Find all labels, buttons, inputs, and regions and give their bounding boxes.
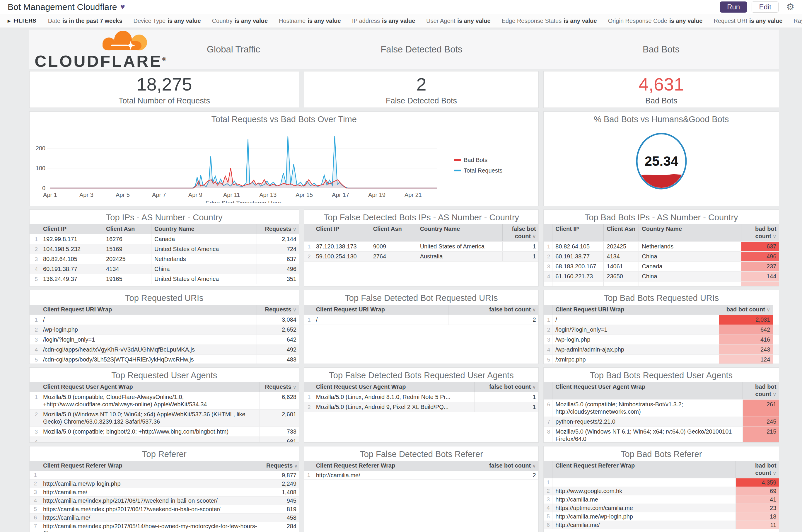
column-header[interactable]: Country Name xyxy=(639,224,741,241)
table-cell: https://camilia.me/ xyxy=(40,514,263,522)
table-cell: 237 xyxy=(741,262,779,271)
panel-top-bad-bot-ips: Top Bad Bots IPs - AS Number - Country C… xyxy=(543,209,779,286)
sort-desc-icon: ∨ xyxy=(532,463,536,469)
column-header[interactable]: bad bot count∨ xyxy=(743,382,779,399)
table-row: 1Mozilla/5.0 (Linux; Android 8.1.0; Redm… xyxy=(304,392,539,402)
table-cell: Mozilla/5.0 (Linux; Android 9; Pixel 2 X… xyxy=(313,402,475,412)
table-cell: United States of America xyxy=(151,274,257,284)
table-cell xyxy=(741,282,779,286)
column-header[interactable]: Client Asn xyxy=(103,224,151,234)
table-row: 180.82.64.105202425Netherlands637 xyxy=(543,242,779,252)
table-row: 1/2 xyxy=(304,315,539,325)
table-cell: 9,877 xyxy=(263,471,299,479)
column-header[interactable]: Client Request User Agent Wrap xyxy=(40,382,260,392)
table-cell: /cdn-cgi/apps/body/3Lh52SjWTQ4HRlErJykHq… xyxy=(40,355,257,364)
table-row: 2http://www.google.com.hk69 xyxy=(543,487,779,495)
top-bad-bot-ips-table: Client IPClient AsnCountry Namebad bot c… xyxy=(543,224,779,286)
column-header[interactable]: Client Asn xyxy=(370,224,417,241)
table-cell: /wp-admin/admin-ajax.php xyxy=(552,345,719,355)
row-number: 5 xyxy=(543,355,552,364)
table-cell: 245 xyxy=(743,417,779,426)
legend-item[interactable]: Bad Bots xyxy=(464,157,488,163)
table-row: 3http://camilia.me41 xyxy=(543,495,779,504)
table-cell: 68.183.200.167 xyxy=(552,262,604,271)
row-number: 1 xyxy=(304,392,313,402)
filters-label: FILTERS xyxy=(14,18,36,24)
table-row: 8Mozilla/5.0 (Windows NT 6.1; Win64; x64… xyxy=(543,427,779,443)
filter-item[interactable]: RayIDis any value xyxy=(794,18,802,24)
column-header[interactable]: Client Request Referer Wrap xyxy=(313,461,453,471)
column-header[interactable]: Client Request Referer Wrap xyxy=(552,461,736,478)
filter-item[interactable]: Edge Response Statusis any value xyxy=(502,18,597,24)
filter-item[interactable]: IP addressis any value xyxy=(352,18,415,24)
column-header[interactable]: Client Request User Agent Wrap xyxy=(552,382,743,399)
top-false-bot-user-agents-table: Client Request User Agent Wrapfalse bot … xyxy=(304,382,539,412)
column-header[interactable]: Client IP xyxy=(313,224,370,241)
filter-item[interactable]: Countryis any value xyxy=(212,18,268,24)
column-header[interactable]: Client Request Referer Wrap xyxy=(40,461,263,471)
line-chart[interactable]: 0100200Apr 1Apr 3Apr 5Apr 7Apr 9Apr 11Ap… xyxy=(30,126,539,203)
filter-item[interactable]: User Agentis any value xyxy=(426,18,490,24)
column-header[interactable]: false bot count∨ xyxy=(475,382,539,392)
top-bad-bot-user-agents-table: Client Request User Agent Wrapbad bot co… xyxy=(543,382,779,443)
row-number: 3 xyxy=(30,254,40,264)
legend-item[interactable]: Total Requests xyxy=(464,167,502,174)
table-cell: 18 xyxy=(736,512,779,520)
table-cell: 16276 xyxy=(103,234,151,244)
table-cell: http://camilia.me/wp-login.php xyxy=(552,512,736,520)
column-header[interactable]: Client Request URI Wrap xyxy=(40,305,257,315)
column-header[interactable]: false bot count∨ xyxy=(448,305,539,315)
panel-top-referer: Top Referer Client Request Referer WrapR… xyxy=(29,446,299,532)
table-cell: 642 xyxy=(719,325,773,335)
column-header[interactable]: bad bot count∨ xyxy=(736,461,779,478)
heart-icon: ♥ xyxy=(120,2,125,12)
run-button[interactable]: Run xyxy=(720,1,747,13)
column-header[interactable]: false bot count∨ xyxy=(503,224,539,241)
column-header[interactable]: Client IP xyxy=(40,224,103,234)
filter-item[interactable]: Hostnameis any value xyxy=(279,18,341,24)
panel-top-bad-bot-user-agents: Top Bad Bots Requested User Agents Clien… xyxy=(543,367,779,443)
column-header[interactable]: Requests∨ xyxy=(257,305,299,315)
row-number-header xyxy=(543,224,552,241)
filter-item[interactable]: Dateis in the past 7 weeks xyxy=(48,18,122,24)
filter-item[interactable]: Origin Response Codeis any value xyxy=(608,18,703,24)
column-header[interactable]: Requests∨ xyxy=(257,224,299,234)
table-cell: United States of America xyxy=(151,244,257,254)
svg-text:Apr 19: Apr 19 xyxy=(368,192,385,198)
sort-desc-icon: ∨ xyxy=(532,307,536,312)
row-number: 1 xyxy=(543,315,552,325)
row-number: 2 xyxy=(30,479,40,488)
column-header[interactable]: Client IP xyxy=(552,224,604,241)
panel-top-bad-bot-uris: Top Bad Bots Requested URIs Client Reque… xyxy=(543,290,779,364)
row-number: 1 xyxy=(304,471,313,479)
row-number: 3 xyxy=(543,495,552,504)
gear-icon[interactable]: ⚙ xyxy=(786,1,795,12)
column-header[interactable]: Client Request URI Wrap xyxy=(552,305,719,315)
column-header[interactable]: bad bot count∨ xyxy=(741,224,779,241)
row-number: 2 xyxy=(543,487,552,495)
column-header[interactable]: Country Name xyxy=(151,224,257,234)
table-row: 7http://camilia.me/index.php/2017/05/14/… xyxy=(30,522,299,532)
edit-button[interactable]: Edit xyxy=(751,1,779,13)
row-number: 2 xyxy=(304,402,313,412)
filter-field-name: Device Type xyxy=(134,18,166,24)
filter-item[interactable]: Device Typeis any value xyxy=(134,18,201,24)
table-row: 2/wp-login.php2,652 xyxy=(30,325,299,335)
filter-field-name: Date xyxy=(48,18,60,24)
column-header[interactable]: false bot count∨ xyxy=(453,461,539,471)
table-row: 5https://camilia.me/index.php/2017/06/17… xyxy=(30,505,299,514)
column-header[interactable]: Client Asn xyxy=(604,224,639,241)
column-header[interactable]: Requests∨ xyxy=(260,382,299,392)
table-cell: 6,628 xyxy=(260,392,299,409)
table-cell xyxy=(552,478,736,487)
filter-item[interactable]: Request URIis any value xyxy=(713,18,782,24)
row-number-header xyxy=(304,461,313,471)
filters-toggle[interactable]: ▶ FILTERS xyxy=(7,18,36,24)
column-header[interactable]: Country Name xyxy=(417,224,503,241)
kpi-total-requests: 18,275 Total Number of Requests xyxy=(29,71,299,108)
column-header[interactable]: Client Request User Agent Wrap xyxy=(313,382,475,392)
column-header[interactable]: Client Request URI Wrap xyxy=(313,305,448,315)
column-header[interactable]: Requests∨ xyxy=(263,461,299,471)
table-row: 19,877 xyxy=(30,471,299,479)
column-header[interactable]: bad bot count∨ xyxy=(719,305,773,315)
